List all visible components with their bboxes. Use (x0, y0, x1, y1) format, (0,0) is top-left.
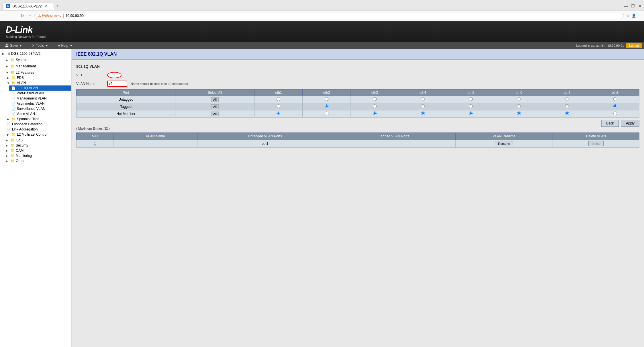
not-member-eth4-cell[interactable] (399, 110, 447, 118)
untagged-eth3-cell[interactable] (351, 96, 399, 103)
tagged-eth6-radio[interactable] (517, 104, 521, 108)
star-icon[interactable]: ☆ (626, 14, 629, 18)
logout-button[interactable]: Logout (626, 43, 642, 48)
tagged-eth1-radio[interactable] (277, 104, 280, 108)
not-member-eth8-radio[interactable] (613, 112, 617, 115)
sidebar-item-system[interactable]: ▶ 📁 System (0, 57, 71, 63)
not-member-eth5-cell[interactable] (447, 110, 495, 118)
sidebar-item-monitoring[interactable]: ▶ 📁 Monitoring (0, 153, 71, 158)
tagged-eth7-cell[interactable] (543, 103, 591, 110)
not-member-eth6-radio[interactable] (517, 112, 521, 115)
tagged-eth4-radio[interactable] (421, 104, 425, 108)
sidebar-item-asymmetric-vlan[interactable]: 📄 Asymmetric VLAN (9, 101, 71, 106)
not-member-eth4-radio[interactable] (421, 112, 425, 115)
sidebar-item-vlan[interactable]: ▼ 📂 VLAN (5, 80, 71, 85)
address-input[interactable]: ⚠ Небезопасно | 10.90.90.90 (34, 13, 624, 19)
tagged-eth8-radio[interactable] (613, 104, 617, 108)
maximize-button[interactable]: ❐ (631, 4, 635, 8)
sidebar-item-qos[interactable]: ▶ 📁 QoS (0, 138, 71, 143)
sidebar-item-security[interactable]: ▶ 📁 Security (0, 143, 71, 148)
result-rename-cell[interactable]: Rename (455, 140, 553, 148)
apply-button[interactable]: Apply (621, 120, 639, 127)
not-member-eth3-cell[interactable] (351, 110, 399, 118)
sidebar-item-management-vlan[interactable]: 📄 Management VLAN (9, 96, 71, 101)
refresh-button[interactable]: ↻ (19, 13, 25, 19)
tab-close-button[interactable]: ✕ (44, 4, 48, 9)
tagged-eth1-cell[interactable] (255, 103, 303, 110)
back-nav-button[interactable]: ← (2, 13, 9, 19)
delete-button[interactable]: Delete (588, 141, 604, 146)
active-tab[interactable]: D DGS-1100-08PLV2 ✕ (2, 3, 54, 10)
forward-nav-button[interactable]: → (11, 13, 17, 19)
vid-link[interactable]: 1 (94, 142, 96, 146)
untagged-eth8-radio[interactable] (613, 97, 617, 101)
sidebar-item-green[interactable]: ▶ 📁 Green (0, 158, 71, 163)
result-vid-cell[interactable]: 1 (77, 140, 113, 148)
tagged-eth2-cell[interactable] (303, 103, 351, 110)
sidebar-management-label[interactable]: ▶ 📁 Management (0, 64, 71, 69)
not-member-all-button[interactable]: All (211, 112, 219, 116)
back-button[interactable]: Back (601, 120, 619, 127)
help-button[interactable]: ● Help ▼ (56, 42, 75, 49)
sidebar-system-label[interactable]: ▶ 📁 System (0, 57, 71, 63)
tagged-all-button[interactable]: All (211, 104, 219, 109)
sidebar-item-8021q-vlan[interactable]: 📄 802.1Q VLAN (9, 85, 71, 91)
not-member-eth1-cell[interactable] (255, 110, 303, 118)
sidebar-item-management[interactable]: ▶ 📁 Management (0, 63, 71, 69)
not-member-eth8-cell[interactable] (591, 110, 639, 118)
sidebar-item-fdb[interactable]: ▶ 📁 FDB (5, 75, 71, 80)
not-member-eth6-cell[interactable] (495, 110, 543, 118)
save-button[interactable]: 💾 Save ▼ (2, 42, 25, 49)
untagged-eth3-radio[interactable] (373, 97, 377, 101)
new-tab-button[interactable]: + (54, 3, 62, 10)
untagged-eth4-cell[interactable] (399, 96, 447, 103)
untagged-all-button[interactable]: All (211, 97, 219, 102)
rename-button[interactable]: Rename (495, 141, 513, 146)
sidebar-item-l2features[interactable]: ▼ 📂 L2 Features ▶ 📁 FDB ▼ 📂 VLAN (0, 69, 71, 138)
untagged-eth6-radio[interactable] (517, 97, 521, 101)
untagged-eth5-radio[interactable] (469, 97, 473, 101)
tagged-eth7-radio[interactable] (565, 104, 569, 108)
sidebar-item-voice-vlan[interactable]: 📄 Voice VLAN (9, 111, 71, 116)
untagged-eth2-cell[interactable] (303, 96, 351, 103)
untagged-eth1-cell[interactable] (255, 96, 303, 103)
not-member-eth7-radio[interactable] (565, 112, 569, 115)
tagged-all-btn-cell[interactable]: All (175, 103, 255, 110)
tools-button[interactable]: ✕ Tools ▼ (30, 42, 51, 49)
not-member-eth7-cell[interactable] (543, 110, 591, 118)
tagged-eth5-cell[interactable] (447, 103, 495, 110)
close-button[interactable]: ✕ (638, 4, 642, 8)
tagged-eth8-cell[interactable] (591, 103, 639, 110)
not-member-eth2-radio[interactable] (325, 112, 328, 115)
untagged-all-btn-cell[interactable]: All (175, 96, 255, 103)
tagged-eth6-cell[interactable] (495, 103, 543, 110)
result-delete-cell[interactable]: Delete (553, 140, 639, 148)
sidebar-l2features-label[interactable]: ▼ 📂 L2 Features (0, 70, 71, 75)
home-button[interactable]: ⌂ (28, 13, 32, 19)
tagged-eth3-radio[interactable] (373, 104, 377, 108)
tagged-eth5-radio[interactable] (469, 104, 473, 108)
not-member-eth3-radio[interactable] (373, 112, 377, 115)
untagged-eth7-cell[interactable] (543, 96, 591, 103)
not-member-all-btn-cell[interactable]: All (175, 110, 255, 118)
untagged-eth2-radio[interactable] (325, 97, 328, 101)
tagged-eth2-radio[interactable] (325, 104, 328, 108)
sidebar-item-loopback[interactable]: 📄 Loopback Detection (5, 122, 71, 127)
sidebar-item-l2-multicast[interactable]: ▶ 📁 L2 Multicast Control (5, 132, 71, 137)
sidebar-item-port-based-vlan[interactable]: 📄 Port-Based VLAN (9, 91, 71, 96)
profile-icon[interactable]: 👤 (632, 14, 636, 18)
vlan-name-input[interactable] (107, 81, 127, 87)
menu-icon[interactable]: ⋯ (638, 14, 642, 18)
untagged-eth1-radio[interactable] (277, 97, 280, 101)
sidebar-item-oam[interactable]: ▶ 📁 OAM (0, 148, 71, 153)
sidebar-item-spanning-tree[interactable]: ▶ 📁 Spanning Tree (5, 116, 71, 122)
untagged-eth4-radio[interactable] (421, 97, 425, 101)
sidebar-root-label[interactable]: ▶ 🖥 DGS-1100-08PLV2 (0, 51, 71, 56)
untagged-eth5-cell[interactable] (447, 96, 495, 103)
tagged-eth4-cell[interactable] (399, 103, 447, 110)
not-member-eth1-radio[interactable] (277, 112, 280, 115)
minimize-button[interactable]: — (624, 4, 628, 8)
sidebar-item-surveillance-vlan[interactable]: 📄 Surveillance VLAN (9, 106, 71, 111)
vid-input[interactable] (107, 72, 122, 78)
tagged-eth3-cell[interactable] (351, 103, 399, 110)
